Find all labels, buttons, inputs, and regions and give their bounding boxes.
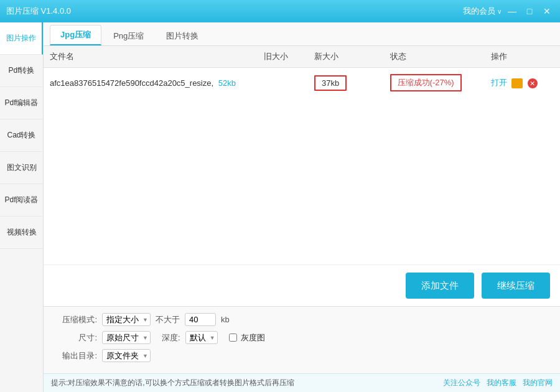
footer-link-wechat[interactable]: 关注公众号 xyxy=(443,378,480,388)
new-size-text: 37kb xyxy=(322,78,339,88)
size-input[interactable] xyxy=(185,313,216,326)
sidebar-item-image-ops[interactable]: 图片操作 xyxy=(0,22,43,55)
col-header-old: 旧大小 xyxy=(258,46,308,68)
sidebar-label-pdf-reader: Pdf阅读器 xyxy=(4,195,38,205)
add-file-button[interactable]: 添加文件 xyxy=(406,273,474,299)
compress-mode-row: 压缩模式: 指定大小 不大于 kb xyxy=(54,313,550,326)
output-dir-row: 输出目录: 原文件夹 xyxy=(54,349,550,362)
col-header-new: 新大小 xyxy=(308,46,383,68)
open-file-link[interactable]: 打开 xyxy=(491,78,507,87)
grayscale-checkbox[interactable] xyxy=(229,334,237,342)
member-button[interactable]: 我的会员 ∨ xyxy=(463,6,502,17)
footer: 提示:对压缩效果不满意的话,可以换个方式压缩或者转换图片格式后再压缩 关注公众号… xyxy=(44,373,560,392)
sidebar-label-ocr: 图文识别 xyxy=(7,162,37,173)
tab-png[interactable]: Png压缩 xyxy=(103,26,154,45)
sidebar-item-pdf-convert[interactable]: Pdf转换 xyxy=(0,55,43,87)
size-unit: kb xyxy=(221,315,230,324)
status-badge: 压缩成功(-27%) xyxy=(390,74,462,91)
sidebar: 图片操作 Pdf转换 Pdf编辑器 Cad转换 图文识别 Pdf阅读器 视频转换 xyxy=(0,22,44,392)
app-body: 图片操作 Pdf转换 Pdf编辑器 Cad转换 图文识别 Pdf阅读器 视频转换… xyxy=(0,22,560,392)
close-button[interactable]: ✕ xyxy=(540,4,554,18)
status-text: 压缩成功(-27%) xyxy=(398,78,454,87)
delete-icon[interactable]: ✕ xyxy=(528,78,538,88)
cell-new-size: 37kb xyxy=(308,68,383,98)
dimension-row: 尺寸: 原始尺寸 深度: 默认 灰度图 xyxy=(54,331,550,344)
size-mode-select-wrap: 原始尺寸 xyxy=(102,331,151,344)
filename-text: afc1ea8376515472fe590fccd42a20c5_resize, xyxy=(50,78,213,88)
sidebar-item-video-convert[interactable]: 视频转换 xyxy=(0,217,43,249)
col-header-name: 文件名 xyxy=(44,46,258,68)
table-row: afc1ea8376515472fe590fccd42a20c5_resize,… xyxy=(44,68,560,98)
continue-compress-button[interactable]: 继续压缩 xyxy=(482,273,550,299)
compress-mode-label: 压缩模式: xyxy=(54,314,97,325)
titlebar-right: 我的会员 ∨ — □ ✕ xyxy=(463,4,554,18)
sidebar-label-image-ops: 图片操作 xyxy=(6,33,36,44)
sidebar-label-pdf-convert: Pdf转换 xyxy=(8,65,34,76)
cell-filename: afc1ea8376515472fe590fccd42a20c5_resize,… xyxy=(44,68,258,98)
output-label: 输出目录: xyxy=(54,350,97,362)
size-mode-select[interactable]: 原始尺寸 xyxy=(102,331,151,344)
table-header: 文件名 旧大小 新大小 状态 操作 xyxy=(44,46,560,68)
member-label: 我的会员 xyxy=(463,6,495,17)
content-area: Jpg压缩 Png压缩 图片转换 文件名 旧大小 新大小 状态 操作 xyxy=(44,22,560,392)
col-header-status: 状态 xyxy=(384,46,485,68)
depth-select[interactable]: 默认 xyxy=(185,331,218,344)
grayscale-label: 灰度图 xyxy=(229,332,265,343)
minimize-button[interactable]: — xyxy=(505,4,519,18)
sidebar-label-pdf-editor: Pdf编辑器 xyxy=(4,98,38,108)
compress-mode-select[interactable]: 指定大小 xyxy=(102,313,151,326)
footer-tip: 提示:对压缩效果不满意的话,可以换个方式压缩或者转换图片格式后再压缩 xyxy=(51,378,294,388)
button-area: 添加文件 继续压缩 xyxy=(44,264,560,306)
file-table: 文件名 旧大小 新大小 状态 操作 afc1ea8376515472fe590f… xyxy=(44,46,560,98)
app-title: 图片压缩 V1.4.0.0 xyxy=(6,6,71,17)
tab-jpg[interactable]: Jpg压缩 xyxy=(50,25,101,45)
output-select-wrap: 原文件夹 xyxy=(102,349,151,362)
tabbar: Jpg压缩 Png压缩 图片转换 xyxy=(44,22,560,46)
sidebar-label-video-convert: 视频转换 xyxy=(7,227,37,238)
grayscale-text: 灰度图 xyxy=(241,332,265,343)
compress-mode-select-wrap: 指定大小 xyxy=(102,313,151,326)
size-label: 尺寸: xyxy=(54,332,97,343)
depth-select-wrap: 默认 xyxy=(185,331,218,344)
maximize-button[interactable]: □ xyxy=(523,4,536,18)
folder-icon[interactable] xyxy=(511,78,523,88)
sidebar-item-pdf-editor[interactable]: Pdf编辑器 xyxy=(0,87,43,119)
table-body: afc1ea8376515472fe590fccd42a20c5_resize,… xyxy=(44,68,560,98)
sidebar-item-ocr[interactable]: 图文识别 xyxy=(0,152,43,184)
footer-links: 关注公众号 我的客服 我的官网 xyxy=(443,378,553,388)
file-table-area: 文件名 旧大小 新大小 状态 操作 afc1ea8376515472fe590f… xyxy=(44,46,560,264)
depth-label: 深度: xyxy=(162,332,180,343)
cell-old-size xyxy=(258,68,308,98)
old-size-inline: 52kb xyxy=(218,78,236,88)
sidebar-label-cad-convert: Cad转换 xyxy=(7,130,35,141)
footer-link-website[interactable]: 我的官网 xyxy=(523,378,553,388)
sidebar-item-pdf-reader[interactable]: Pdf阅读器 xyxy=(0,184,43,217)
cell-action: 打开 ✕ xyxy=(485,68,561,98)
sidebar-item-cad-convert[interactable]: Cad转换 xyxy=(0,119,43,152)
tab-convert[interactable]: 图片转换 xyxy=(156,26,209,45)
col-header-action: 操作 xyxy=(485,46,561,68)
no-larger-label: 不大于 xyxy=(156,314,180,325)
footer-link-service[interactable]: 我的客服 xyxy=(487,378,516,388)
new-size-value: 37kb xyxy=(314,75,347,91)
output-select[interactable]: 原文件夹 xyxy=(102,349,151,362)
settings-area: 压缩模式: 指定大小 不大于 kb 尺寸: 原始尺寸 深度: xyxy=(44,306,560,373)
cell-status: 压缩成功(-27%) xyxy=(384,68,485,98)
chevron-down-icon: ∨ xyxy=(497,8,502,15)
titlebar: 图片压缩 V1.4.0.0 我的会员 ∨ — □ ✕ xyxy=(0,0,560,22)
